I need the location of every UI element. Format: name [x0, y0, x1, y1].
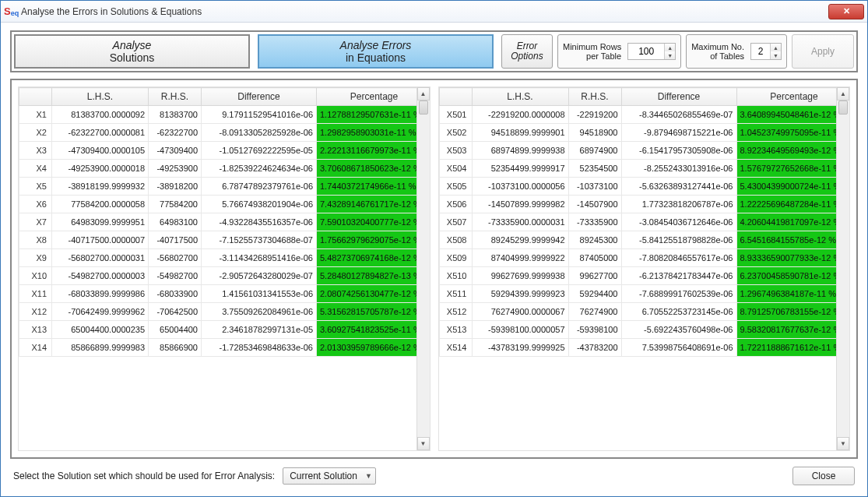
chevron-up-icon[interactable]: ▲ [770, 44, 781, 51]
toolbar: Analyse Solutions Analyse Errors in Equa… [10, 30, 858, 72]
scroll-thumb[interactable] [419, 100, 428, 115]
table-row[interactable]: X51276274900.0000067762749006.7055225372… [439, 303, 836, 321]
scroll-thumb[interactable] [838, 100, 848, 115]
cell-diff: 1.41561031341553e-06 [202, 285, 317, 303]
max-tables-input[interactable] [751, 46, 770, 57]
table-row[interactable]: X513-59398100.0000057-59398100-5.6922435… [439, 321, 836, 339]
scroll-up-icon[interactable]: ▲ [837, 87, 849, 100]
tables-frame: L.H.S. R.H.S. Difference Percentage X181… [10, 79, 858, 459]
error-options-button[interactable]: Error Options [501, 34, 553, 69]
cell-rhs: 87405000 [568, 249, 621, 267]
table-row[interactable]: X50294518899.999990194518900-9.879469871… [439, 124, 836, 142]
close-button[interactable]: Close [792, 467, 855, 485]
table-row[interactable]: X50452354499.999991752354500-8.255243301… [439, 160, 836, 178]
table-row[interactable]: X11-68033899.9999986-680339001.415610313… [19, 285, 416, 303]
scroll-up-icon[interactable]: ▲ [417, 87, 430, 100]
table-row[interactable]: X181383700.0000092813837009.179115295410… [19, 106, 416, 124]
left-scrollbar[interactable]: ▲ ▼ [416, 87, 430, 450]
col-header-rhs[interactable]: R.H.S. [568, 88, 621, 106]
col-header-diff[interactable]: Difference [621, 88, 736, 106]
cell-lhs: 76274900.0000067 [472, 303, 568, 321]
cell-pct: 1.57679727652668e-11 % [736, 160, 836, 178]
table-row[interactable]: X12-70642499.9999962-706425003.755092620… [19, 303, 416, 321]
scroll-down-icon[interactable]: ▼ [417, 437, 430, 450]
col-header-rhs[interactable]: R.H.S. [149, 88, 202, 106]
table-row[interactable]: X51159294399.999992359294400-7.688999176… [439, 285, 836, 303]
cell-diff: -7.68899917602539e-06 [621, 285, 736, 303]
table-row[interactable]: X505-10373100.0000056-10373100-5.6326389… [439, 178, 836, 196]
col-header-pct[interactable]: Percentage [736, 88, 836, 106]
cell-rhs: -47309400 [149, 142, 202, 160]
col-header-pct[interactable]: Percentage [317, 88, 416, 106]
row-id: X508 [439, 231, 472, 249]
row-id: X14 [19, 339, 52, 357]
cell-diff: 2.34618782997131e-05 [202, 321, 317, 339]
table-row[interactable]: X3-47309400.0000105-47309400-1.051276922… [19, 142, 416, 160]
table-row[interactable]: X514-43783199.9999925-437832007.53998756… [439, 339, 836, 357]
min-rows-input[interactable] [628, 46, 664, 57]
col-header-lhs[interactable]: L.H.S. [52, 88, 149, 106]
app-icon: Seq [4, 5, 16, 18]
chevron-down-icon[interactable]: ▼ [664, 51, 675, 59]
row-id: X6 [19, 196, 52, 213]
table-row[interactable]: X9-56802700.0000031-56802700-3.114342689… [19, 249, 416, 267]
table-row[interactable]: X10-54982700.0000003-54982700-2.90572643… [19, 267, 416, 285]
cell-diff: -8.34465026855469e-07 [621, 106, 736, 124]
scroll-down-icon[interactable]: ▼ [837, 437, 849, 450]
table-row[interactable]: X50987404999.999992287405000-7.808208465… [439, 249, 836, 267]
col-header-id[interactable] [19, 88, 52, 106]
row-id: X9 [19, 249, 52, 267]
cell-pct: 3.60927541823525e-11 % [317, 321, 416, 339]
table-row[interactable]: X50889245299.999994289245300-5.841255187… [439, 231, 836, 249]
table-row[interactable]: X8-40717500.0000007-40717500-7.152557373… [19, 231, 416, 249]
table-row[interactable]: X51099627699.999993899627700-6.213784217… [439, 267, 836, 285]
row-id: X510 [439, 267, 472, 285]
cell-pct: 8.92234649569493e-12 % [736, 142, 836, 160]
col-header-diff[interactable]: Difference [202, 88, 317, 106]
cell-pct: 5.28480127894827e-13 % [317, 267, 416, 285]
cell-rhs: 68974900 [568, 142, 621, 160]
analyse-errors-button[interactable]: Analyse Errors in Equations [258, 34, 494, 69]
min-rows-stepper[interactable]: ▲ ▼ [627, 43, 676, 60]
col-header-id[interactable] [439, 88, 472, 106]
table-row[interactable]: X764983099.999995164983100-4.93228435516… [19, 213, 416, 231]
table-row[interactable]: X507-73335900.0000031-73335900-3.0845403… [439, 213, 836, 231]
table-row[interactable]: X2-62322700.0000081-62322700-8.091330528… [19, 124, 416, 142]
cell-pct: 8.93336590077933e-12 % [736, 249, 836, 267]
right-table-pane: L.H.S. R.H.S. Difference Percentage X501… [438, 86, 851, 451]
table-row[interactable]: X506-14507899.9999982-145079001.77323818… [439, 196, 836, 213]
table-row[interactable]: X677584200.0000058775842005.766749382019… [19, 196, 416, 213]
table-row[interactable]: X1365004400.0000235650044002.34618782997… [19, 321, 416, 339]
table-row[interactable]: X501-22919200.0000008-22919200-8.3446502… [439, 106, 836, 124]
max-tables-stepper[interactable]: ▲ ▼ [750, 43, 782, 60]
cell-diff: 9.17911529541016e-06 [202, 106, 317, 124]
table-row[interactable]: X4-49253900.0000018-49253900-1.825392246… [19, 160, 416, 178]
cell-pct: 7.59010320400777e-12 % [317, 213, 416, 231]
table-row[interactable]: X50368974899.999993868974900-6.154179573… [439, 142, 836, 160]
content-area: Analyse Solutions Analyse Errors in Equa… [1, 23, 867, 496]
table-row[interactable]: X1485866899.999998385866900-1.7285346984… [19, 339, 416, 357]
row-id: X503 [439, 142, 472, 160]
row-id: X10 [19, 267, 52, 285]
cell-pct: 8.79125706783155e-12 % [736, 303, 836, 321]
right-scrollbar[interactable]: ▲ ▼ [836, 87, 849, 450]
cell-rhs: 64983100 [149, 213, 202, 231]
table-row[interactable]: X5-38918199.9999932-389182006.7874789237… [19, 178, 416, 196]
analyse-solutions-button[interactable]: Analyse Solutions [14, 34, 250, 69]
col-header-lhs[interactable]: L.H.S. [472, 88, 568, 106]
chevron-up-icon[interactable]: ▲ [664, 44, 675, 51]
left-table: L.H.S. R.H.S. Difference Percentage X181… [19, 87, 416, 357]
solution-set-select[interactable]: Current Solution ▼ [283, 467, 376, 485]
cell-rhs: -40717500 [149, 231, 202, 249]
cell-pct: 1.2967496384187e-11 % [736, 285, 836, 303]
chevron-down-icon[interactable]: ▼ [770, 51, 781, 59]
cell-rhs: -59398100 [568, 321, 621, 339]
cell-rhs: -73335900 [568, 213, 621, 231]
cell-lhs: 68974899.9999938 [472, 142, 568, 160]
cell-lhs: -73335900.0000031 [472, 213, 568, 231]
cell-rhs: 59294400 [568, 285, 621, 303]
apply-button[interactable]: Apply [792, 34, 854, 69]
cell-pct: 2.22213116679973e-11 % [317, 142, 416, 160]
cell-pct: 1.72211888671612e-11 % [736, 339, 836, 357]
window-close-button[interactable]: ✕ [828, 4, 864, 19]
